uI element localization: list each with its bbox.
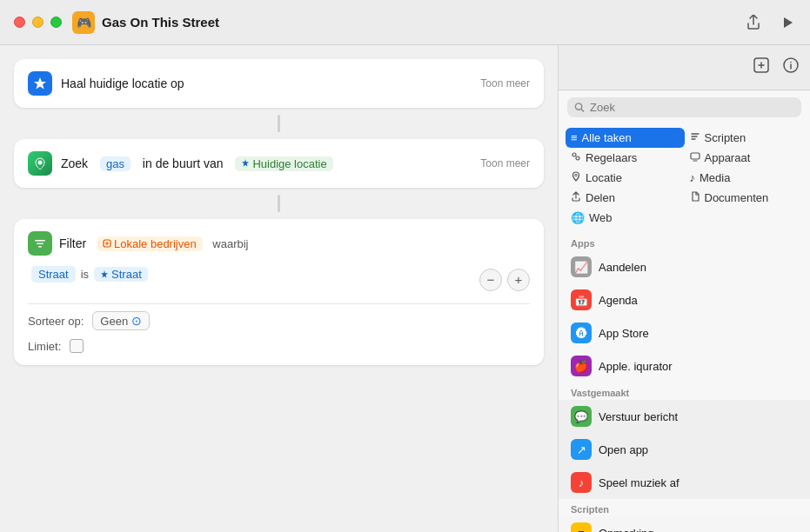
delen-icon: [571, 191, 581, 204]
action-card-location: Haal huidige locatie op Toon meer: [14, 59, 544, 108]
minimize-button[interactable]: [32, 17, 44, 28]
category-alle-taken[interactable]: ≡ Alle taken: [566, 128, 685, 148]
category-media[interactable]: ♪ Media: [685, 168, 804, 188]
agenda-label: Agenda: [599, 294, 638, 307]
shortcut-item-aandelen[interactable]: 📈 Aandelen: [559, 250, 810, 283]
limit-checkbox[interactable]: [70, 339, 84, 353]
cat-label-media: Media: [700, 171, 730, 184]
actions-sidebar: ≡ Alle taken Scripten Regelaars Apparaa: [558, 45, 810, 532]
cat-label-scripten: Scripten: [705, 131, 746, 144]
aandelen-label: Aandelen: [599, 261, 646, 274]
category-scripten[interactable]: Scripten: [685, 128, 804, 148]
sort-label: Sorteer op:: [28, 315, 84, 328]
alle-taken-icon: ≡: [571, 131, 578, 144]
svg-marker-0: [784, 17, 793, 28]
documenten-icon: [690, 191, 700, 204]
svg-point-1: [38, 161, 43, 165]
search-bar: [567, 97, 801, 117]
action-title-row-search: Zoek gas in de buurt van Huidige locatie: [28, 151, 333, 176]
filter-field-straat[interactable]: Straat: [31, 266, 76, 283]
maps-action-icon: [28, 151, 52, 176]
shortcut-item-open-app[interactable]: ↗ Open app: [559, 433, 810, 466]
toon-meer-search[interactable]: Toon meer: [480, 157, 530, 170]
filter-add-remove-buttons: − +: [479, 269, 530, 291]
svg-rect-12: [691, 153, 700, 159]
categories-grid: ≡ Alle taken Scripten Regelaars Apparaa: [559, 124, 810, 233]
category-regelaars[interactable]: Regelaars: [566, 148, 685, 168]
titlebar-actions: [744, 13, 796, 32]
scripten-icon: [690, 131, 700, 144]
aandelen-icon: 📈: [571, 256, 592, 277]
filter-value-straat[interactable]: Straat: [94, 267, 148, 282]
search-icon: [574, 102, 585, 113]
close-button[interactable]: [14, 17, 25, 28]
shortcut-item-app-store[interactable]: 🅐 App Store: [559, 316, 810, 349]
app-store-label: App Store: [599, 327, 649, 340]
svg-point-11: [576, 156, 579, 160]
category-web[interactable]: 🌐 Web: [566, 208, 685, 228]
opmerking-icon: ≡: [571, 522, 592, 532]
remove-filter-button[interactable]: −: [479, 269, 502, 291]
limit-label: Limiet:: [28, 340, 61, 353]
category-delen[interactable]: Delen: [566, 188, 685, 208]
shortcut-item-opmerking[interactable]: ≡ Opmerking: [559, 516, 810, 532]
scripts-section: ≡ Opmerking ⊡ Toon resultaat ⊡ Toon waar…: [559, 516, 810, 532]
connector-line-2: [278, 195, 280, 212]
svg-rect-3: [37, 243, 44, 245]
gas-tag[interactable]: gas: [100, 156, 131, 171]
sidebar-header: [559, 45, 810, 90]
category-locatie[interactable]: Locatie: [566, 168, 685, 188]
locatie-icon: [571, 171, 581, 184]
apple-iqurator-icon: 🍎: [571, 356, 592, 376]
action-title-row: Haal huidige locatie op: [28, 71, 184, 96]
category-documenten[interactable]: Documenten: [685, 188, 804, 208]
filter-is-label: is: [81, 268, 89, 281]
share-button[interactable]: [744, 13, 763, 32]
svg-point-9: [575, 103, 581, 110]
action-card-filter: Filter Lokale bedrijven waarbij Straat i…: [14, 219, 544, 365]
verstuur-bericht-icon: 💬: [571, 406, 592, 427]
sort-select[interactable]: Geen ⊙: [92, 311, 150, 330]
scripts-section-label: Scripten: [559, 499, 810, 516]
pinned-section-label: Vastgemaakt: [559, 382, 810, 400]
titlebar: 🎮 Gas On This Street: [0, 0, 810, 45]
pinned-section: 💬 Verstuur bericht ↗ Open app ♪ Speel mu…: [559, 400, 810, 499]
in-buurt-label: in de buurt van: [139, 156, 226, 170]
action-header-search: Zoek gas in de buurt van Huidige locatie…: [28, 151, 530, 176]
svg-rect-4: [38, 246, 42, 248]
shortcut-item-agenda[interactable]: 📅 Agenda: [559, 283, 810, 316]
maximize-button[interactable]: [50, 17, 62, 28]
add-filter-button[interactable]: +: [507, 269, 530, 291]
filter-label: Filter: [59, 236, 90, 250]
app-store-icon: 🅐: [571, 323, 592, 343]
toon-meer-location[interactable]: Toon meer: [480, 77, 530, 90]
svg-point-13: [575, 174, 577, 176]
svg-rect-2: [35, 240, 45, 242]
svg-point-8: [790, 62, 792, 63]
info-button[interactable]: [782, 57, 800, 78]
sort-arrow-icon: ⊙: [131, 314, 142, 328]
shortcut-item-apple-iqurator[interactable]: 🍎 Apple. iqurator: [559, 349, 810, 382]
shortcut-item-speel-muziek[interactable]: ♪ Speel muziek af: [559, 466, 810, 499]
filter-action-icon: [28, 231, 52, 256]
filter-header: Filter Lokale bedrijven waarbij: [28, 231, 530, 256]
search-input[interactable]: [590, 101, 794, 114]
category-apparaat[interactable]: Apparaat: [685, 148, 804, 168]
huidige-locatie-tag[interactable]: Huidige locatie: [235, 156, 332, 171]
web-icon: 🌐: [571, 211, 585, 224]
filter-fields: Straat is Straat: [28, 266, 148, 283]
action-card-search: Zoek gas in de buurt van Huidige locatie…: [14, 139, 544, 188]
cat-label-apparaat: Apparaat: [705, 151, 751, 164]
add-to-dock-button[interactable]: [753, 57, 770, 78]
apparaat-icon: [690, 151, 700, 164]
verstuur-bericht-label: Verstuur bericht: [599, 410, 678, 423]
agenda-icon: 📅: [571, 289, 592, 310]
limit-row: Limiet:: [28, 339, 530, 353]
apple-iqurator-label: Apple. iqurator: [599, 360, 673, 373]
traffic-lights: [14, 17, 62, 28]
filter-separator: [28, 303, 530, 304]
lokale-bedrijven-tag[interactable]: Lokale bedrijven: [97, 236, 203, 251]
play-button[interactable]: [779, 14, 796, 31]
open-app-icon: ↗: [571, 439, 592, 460]
shortcut-item-verstuur-bericht[interactable]: 💬 Verstuur bericht: [559, 400, 810, 433]
